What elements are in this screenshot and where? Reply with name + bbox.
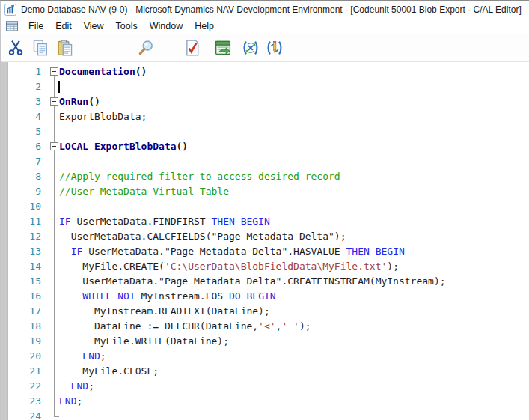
text-caret (58, 81, 60, 93)
code-text: LOCAL ExportBlobData() (59, 139, 188, 154)
minus-icon (52, 146, 56, 147)
line-number: 4 (1, 109, 46, 124)
code-line[interactable]: 21 MyFile.CLOSE; (1, 364, 529, 379)
cal-locals-button[interactable] (264, 37, 285, 58)
code-line[interactable]: 24 (1, 409, 529, 420)
code-text: Documentation() (59, 64, 147, 79)
menu-item-help[interactable]: Help (189, 19, 220, 33)
line-number: 16 (1, 289, 46, 304)
line-number: 9 (1, 184, 46, 199)
code-line[interactable]: 20 END; (1, 349, 529, 364)
line-number: 23 (1, 394, 46, 409)
line-number: 24 (1, 409, 46, 420)
code-line[interactable]: 4ExportBlobData; (1, 109, 529, 124)
code-line[interactable]: 9//User MetaData Virtual Table (1, 184, 529, 199)
code-line[interactable]: 12 UserMetaData.CALCFIELDS("Page Metadat… (1, 229, 529, 244)
menu-item-file[interactable]: File (22, 19, 49, 33)
code-text: UserMetaData."Page Metadata Delta".CREAT… (59, 274, 446, 289)
code-text: END; (59, 394, 82, 409)
code-line[interactable]: 17 MyInstream.READTEXT(DataLine); (1, 304, 529, 319)
code-line[interactable]: 19 MyFile.WRITE(DataLine); (1, 334, 529, 349)
code-line[interactable]: 23END; (1, 394, 529, 409)
menu-bar: FileEditViewToolsWindowHelp (1, 18, 529, 34)
paste-icon (57, 40, 73, 56)
code-line[interactable]: 11IF UserMetaData.FINDFIRST THEN BEGIN (1, 214, 529, 229)
codeunit-window-icon[interactable] (6, 21, 18, 31)
application-window: Demo Database NAV (9-0) - Microsoft Dyna… (0, 0, 529, 420)
code-line[interactable]: 8//Apply required filter to access desir… (1, 169, 529, 184)
line-number: 8 (1, 169, 46, 184)
line-number: 7 (1, 154, 46, 169)
code-text: DataLine := DELCHR(DataLine,'<',' '); (59, 319, 311, 334)
code-text: OnRun() (59, 94, 100, 109)
menu-item-edit[interactable]: Edit (49, 19, 78, 33)
code-text: END; (59, 379, 94, 394)
copy-icon (32, 40, 49, 56)
menu-item-tools[interactable]: Tools (110, 19, 144, 33)
nav-app-icon (4, 4, 16, 16)
code-text: MyFile.CLOSE; (59, 364, 159, 379)
paste-button[interactable] (55, 37, 76, 58)
line-number: 21 (1, 364, 46, 379)
compile-button[interactable] (182, 37, 203, 58)
fold-toggle[interactable] (50, 97, 58, 106)
line-number: 17 (1, 304, 46, 319)
line-number: 20 (1, 349, 46, 364)
code-text: ExportBlobData; (59, 109, 147, 124)
line-number: 3 (1, 94, 46, 109)
line-number: 12 (1, 229, 46, 244)
code-text: UserMetaData.CALCFIELDS("Page Metadata D… (59, 229, 346, 244)
code-text: //Apply required filter to access desire… (59, 169, 340, 184)
fold-toggle[interactable] (50, 142, 58, 150)
code-line[interactable]: 2 (1, 79, 529, 94)
title-bar[interactable]: Demo Database NAV (9-0) - Microsoft Dyna… (1, 1, 529, 18)
line-number: 19 (1, 334, 46, 349)
code-line[interactable]: 13 IF UserMetaData."Page Metadata Delta"… (1, 244, 529, 259)
menu-item-view[interactable]: View (78, 19, 110, 33)
code-editor[interactable]: 1Documentation()23OnRun()4ExportBlobData… (1, 62, 529, 420)
line-number: 5 (1, 124, 46, 139)
toolbar (1, 34, 529, 62)
line-number: 2 (1, 79, 46, 94)
magnifier-icon (138, 40, 154, 56)
minus-icon (52, 101, 56, 102)
code-line[interactable]: 7 (1, 154, 529, 169)
code-text: MyFile.WRITE(DataLine); (59, 334, 229, 349)
fold-toggle[interactable] (50, 67, 58, 76)
cal-symbol-menu-icon (242, 40, 259, 56)
copy-button[interactable] (30, 37, 51, 58)
line-number: 13 (1, 244, 46, 259)
code-line[interactable]: 14 MyFile.CREATE('C:\UserData\BlobFieldD… (1, 259, 529, 274)
cal-locals-icon (266, 40, 283, 56)
code-line[interactable]: 22 END; (1, 379, 529, 394)
code-line[interactable]: 1Documentation() (1, 64, 529, 79)
code-text: WHILE NOT MyInstream.EOS DO BEGIN (59, 289, 276, 304)
code-text: MyFile.CREATE('C:\UserData\BlobFieldData… (59, 259, 399, 274)
cut-button[interactable] (5, 37, 26, 58)
code-line[interactable]: 3OnRun() (1, 94, 529, 109)
code-text: //User MetaData Virtual Table (59, 184, 229, 199)
run-object-button[interactable] (212, 37, 233, 58)
line-number: 18 (1, 319, 46, 334)
line-number: 14 (1, 259, 46, 274)
code-text: MyInstream.READTEXT(DataLine); (59, 304, 270, 319)
window-title: Demo Database NAV (9-0) - Microsoft Dyna… (21, 4, 522, 15)
code-line[interactable]: 10 (1, 199, 529, 214)
run-window-icon (215, 40, 231, 56)
code-text: IF UserMetaData.FINDFIRST THEN BEGIN (59, 214, 270, 229)
line-number: 10 (1, 199, 46, 214)
code-line[interactable]: 15 UserMetaData."Page Metadata Delta".CR… (1, 274, 529, 289)
code-line[interactable]: 6LOCAL ExportBlobData() (1, 139, 529, 154)
line-number: 1 (1, 64, 46, 79)
code-line[interactable]: 18 DataLine := DELCHR(DataLine,'<',' '); (1, 319, 529, 334)
find-button[interactable] (135, 37, 156, 58)
code-text: END; (59, 349, 106, 364)
line-number: 22 (1, 379, 46, 394)
code-line[interactable]: 16 WHILE NOT MyInstream.EOS DO BEGIN (1, 289, 529, 304)
compile-check-icon (184, 40, 201, 56)
line-number: 11 (1, 214, 46, 229)
code-line[interactable]: 5 (1, 124, 529, 139)
menu-item-window[interactable]: Window (144, 19, 189, 33)
cal-symbol-menu-button[interactable] (240, 37, 261, 58)
line-number: 6 (1, 139, 46, 154)
